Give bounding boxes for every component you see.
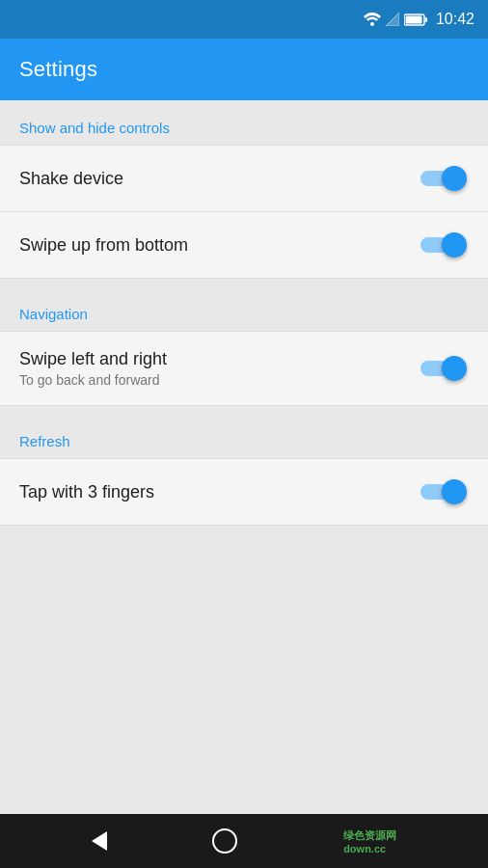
setting-swipe-lr-label: Swipe left and right [19,349,167,369]
toggle-shake-device-thumb [442,166,467,191]
toggle-swipe-up-thumb [442,232,467,258]
setting-shake-device-text: Shake device [19,169,123,189]
signal-icon [386,13,399,26]
setting-swipe-left-right: Swipe left and right To go back and forw… [0,331,488,406]
battery-icon [404,14,427,26]
toggle-tap-3[interactable] [419,476,469,507]
svg-rect-4 [425,17,427,22]
toggle-tap-3-thumb [442,479,467,504]
status-bar: 10:42 [0,0,488,39]
setting-swipe-up: Swipe up from bottom [0,212,488,279]
toggle-swipe-up[interactable] [419,230,469,260]
section-show-hide-title: Show and hide controls [19,120,170,136]
settings-content: Show and hide controls Shake device Swip… [0,100,488,526]
toggle-swipe-lr[interactable] [419,353,469,384]
wifi-icon [364,13,381,26]
section-refresh-title: Refresh [19,433,70,449]
toggle-swipe-lr-thumb [442,356,467,381]
setting-tap-3-text: Tap with 3 fingers [19,482,154,502]
setting-swipe-lr-text: Swipe left and right To go back and forw… [19,349,167,388]
section-show-hide-header: Show and hide controls [0,100,488,145]
svg-rect-5 [405,15,421,23]
watermark: 绿色资源网down.cc [343,828,396,854]
setting-shake-device-label: Shake device [19,169,123,189]
nav-bar: 绿色资源网down.cc [0,814,488,868]
setting-swipe-up-text: Swipe up from bottom [19,235,188,256]
setting-tap-3-fingers: Tap with 3 fingers [0,458,488,526]
setting-swipe-lr-sublabel: To go back and forward [19,372,167,388]
setting-shake-device: Shake device [0,145,488,212]
toggle-shake-device[interactable] [419,163,469,194]
section-gap-2 [0,406,488,414]
svg-point-0 [370,22,374,26]
section-refresh-header: Refresh [0,414,488,458]
setting-tap-3-label: Tap with 3 fingers [19,482,154,502]
section-gap-1 [0,279,488,286]
app-bar-title: Settings [19,57,97,82]
section-navigation-header: Navigation [0,286,488,331]
section-navigation-title: Navigation [19,306,88,322]
app-bar: Settings [0,39,488,100]
nav-home-button[interactable] [212,828,237,854]
status-icons: 10:42 [364,11,474,28]
setting-swipe-up-label: Swipe up from bottom [19,235,188,256]
status-time: 10:42 [436,11,474,28]
nav-back-button[interactable] [92,831,107,851]
